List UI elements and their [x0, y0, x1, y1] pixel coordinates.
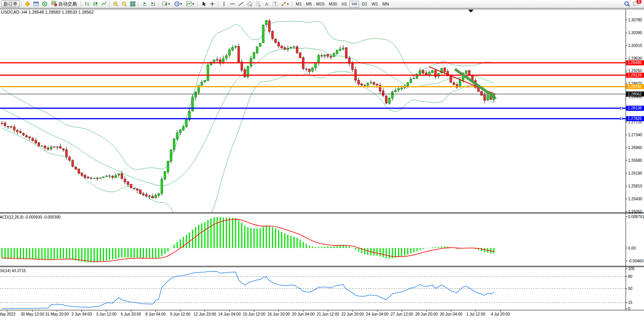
candle: [481, 91, 483, 95]
chart-title: USDCAD-,H4 1.28548 1.28583 1.28533 1.285…: [1, 10, 94, 14]
candle: [296, 47, 298, 53]
timeframe-MN[interactable]: MN: [380, 1, 391, 7]
bar-chart-icon[interactable]: [83, 0, 91, 7]
macd-axis-label: 0.00: [628, 246, 636, 250]
time-axis-label: 9 Jun 12:00: [170, 312, 191, 316]
price-label: 1.28562: [628, 92, 642, 96]
rsi-line: [2, 271, 494, 309]
candle: [1, 123, 3, 123]
equidistant-channel-icon[interactable]: E: [245, 0, 253, 7]
price-label: 1.29124: [628, 73, 642, 77]
candle: [4, 123, 6, 126]
toolbar-separator: [21, 1, 22, 7]
periods-button[interactable]: ▼: [172, 0, 184, 7]
price-label: 1.28138: [628, 106, 642, 110]
search-icon[interactable]: [623, 0, 631, 7]
toolbar-separator: [158, 1, 159, 7]
candle: [314, 63, 316, 68]
price-tick-label: 1.25050: [628, 210, 642, 214]
candle: [59, 147, 61, 149]
timeframe-M5[interactable]: M5: [304, 1, 314, 7]
price-label: 1.28782: [628, 85, 642, 89]
autotrading-label: 自动交易: [58, 1, 77, 7]
time-axis-label: 27 Jun 12:00: [391, 312, 413, 316]
candle: [47, 148, 49, 149]
new-chart-button[interactable]: ▼: [160, 0, 172, 7]
time-axis-label: 21 Jun 12:00: [317, 312, 339, 316]
candle: [431, 70, 433, 73]
candle: [428, 72, 430, 75]
candle: [256, 47, 258, 53]
timeframe-M15[interactable]: M15: [314, 1, 326, 7]
chart-shift-icon[interactable]: [149, 0, 157, 7]
indicators-button[interactable]: ▼: [184, 0, 196, 7]
text-icon[interactable]: A: [262, 0, 271, 7]
candlestick-chart-icon[interactable]: [91, 0, 99, 7]
time-axis-label: 16 Jun 20:00: [267, 312, 290, 316]
candle: [274, 39, 276, 43]
candle: [234, 46, 236, 47]
navigator-icon[interactable]: [40, 0, 49, 7]
line-chart-icon[interactable]: [100, 0, 108, 7]
candle: [401, 88, 403, 89]
candle: [50, 147, 52, 149]
candle: [66, 150, 68, 157]
cursor-icon[interactable]: [200, 0, 208, 7]
candle: [407, 83, 409, 86]
rsi-pane: [0, 271, 626, 309]
rsi-label: RSI(14) 43.3715: [0, 269, 26, 273]
auto-scroll-icon[interactable]: [140, 0, 148, 7]
candle: [321, 56, 323, 56]
notifications-icon[interactable]: 1: [632, 0, 640, 7]
candle: [155, 195, 157, 198]
time-axis-label: 15 Jun 12:00: [243, 312, 266, 316]
candle: [266, 21, 267, 25]
crosshair-icon[interactable]: [208, 0, 216, 7]
line-handle[interactable]: [620, 118, 622, 120]
price-tick-label: 1.29630: [628, 56, 642, 61]
text-label-icon[interactable]: T: [271, 0, 279, 7]
timeframe-H4[interactable]: H4: [349, 1, 359, 7]
candle: [284, 48, 286, 50]
zoom-out-icon[interactable]: [120, 0, 128, 7]
candle: [179, 130, 181, 133]
chart-shift-marker[interactable]: [468, 10, 474, 12]
price-tick-label: 1.27340: [628, 133, 642, 137]
autotrading-button[interactable]: 自动交易: [49, 0, 79, 7]
tile-windows-icon[interactable]: [128, 0, 137, 7]
svg-text:A: A: [265, 2, 268, 7]
market-watch-icon[interactable]: [23, 0, 31, 7]
candle: [41, 146, 43, 146]
candle: [35, 141, 37, 143]
candle: [422, 70, 424, 73]
candle: [367, 83, 369, 85]
candle: [124, 179, 126, 182]
candle: [318, 56, 319, 63]
horizontal-line-icon[interactable]: [228, 0, 236, 7]
trendline-icon[interactable]: [237, 0, 245, 7]
timeframe-toolbar: M1M5M15M30H1H4D1W1MN: [294, 1, 391, 7]
line-handle[interactable]: [620, 107, 622, 109]
rsi-axis-label: 50: [628, 286, 633, 291]
time-axis[interactable]: May 202230 May 12:0031 May 20:002 Jun 04…: [0, 310, 510, 316]
timeframe-M1[interactable]: M1: [294, 1, 304, 7]
new-order-button[interactable]: 新订单: [1, 0, 20, 7]
vertical-line-icon[interactable]: [220, 0, 228, 7]
timeframe-M30[interactable]: M30: [327, 1, 339, 7]
fibonacci-icon[interactable]: F: [254, 0, 262, 7]
timeframe-H1[interactable]: H1: [339, 1, 349, 7]
candle: [453, 83, 455, 85]
candle: [238, 47, 240, 62]
arrows-icon[interactable]: ▼: [279, 0, 290, 7]
price-tick-label: 1.26960: [628, 146, 642, 150]
candle: [10, 127, 12, 127]
candle: [201, 82, 203, 85]
price-chart[interactable]: USDCAD-,H4 1.28548 1.28583 1.28533 1.285…: [0, 9, 644, 321]
timeframe-D1[interactable]: D1: [359, 1, 369, 7]
data-window-icon[interactable]: [32, 0, 40, 7]
zoom-in-icon[interactable]: [111, 0, 120, 7]
candle: [182, 127, 184, 130]
timeframe-W1[interactable]: W1: [370, 1, 380, 7]
time-axis-label: 31 May 20:00: [45, 312, 69, 316]
candle: [278, 42, 279, 46]
